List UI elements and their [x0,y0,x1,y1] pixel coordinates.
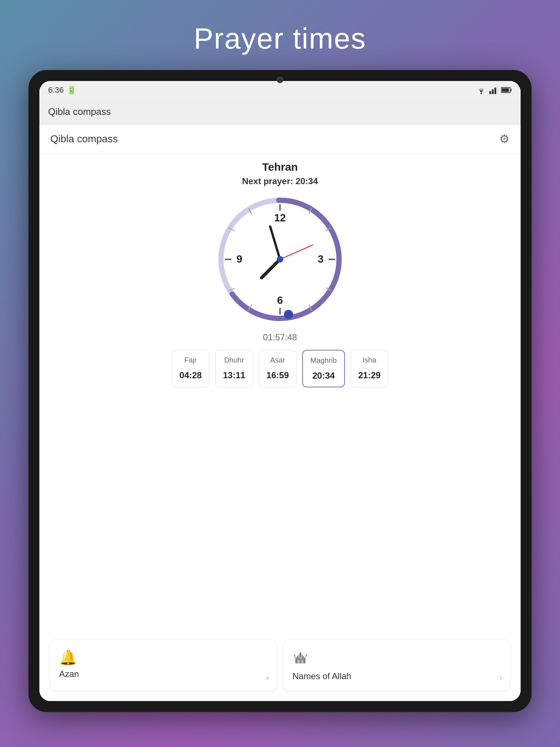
prayer-card-asar[interactable]: Asar 16:59 [259,350,296,387]
signal-icon [489,86,498,94]
prayer-name-asar: Asar [267,356,289,364]
svg-rect-1 [489,91,491,94]
city-name: Tehran [39,161,521,173]
battery-icon: 🔋 [67,85,77,95]
battery-status-icon [501,87,512,93]
page-title: Prayer times [194,22,366,55]
prayer-times-row: Fajr 04:28 Dhuhr 13:11 Asar 16:59 Maghri… [39,350,521,387]
svg-point-41 [294,654,295,656]
svg-point-0 [481,93,482,94]
prayer-name-isha: Isha [358,356,381,364]
svg-text:9: 9 [236,253,242,265]
svg-point-30 [277,256,283,263]
svg-rect-7 [502,88,509,92]
device-frame: 6:36 🔋 [28,70,532,712]
prayer-name-maghrib: Maghrib [310,356,337,365]
azan-chevron: › [266,673,269,683]
prayer-time-dhuhr: 13:11 [223,370,245,380]
bottom-cards: 🔔 Azan › [39,640,521,701]
countdown-timer: 01:57:48 [39,332,521,342]
names-of-allah-card[interactable]: Names of Allah › [284,640,510,690]
prayer-time-asar: 16:59 [267,370,289,380]
status-time: 6:36 [48,85,64,95]
app-bar: Qibla compass [39,99,521,125]
svg-text:3: 3 [318,253,324,265]
status-bar: 6:36 🔋 [39,81,521,99]
svg-point-31 [284,310,293,319]
prayer-card-fajr[interactable]: Fajr 04:28 [172,350,209,387]
settings-button[interactable]: ⚙ [499,132,510,146]
analog-clock: 12 3 6 9 [214,194,346,325]
svg-text:12: 12 [274,212,286,224]
prayer-card-isha[interactable]: Isha 21:29 [351,350,388,387]
wifi-icon [476,86,486,94]
azan-label: Azan [59,669,268,679]
names-of-allah-label: Names of Allah [292,671,501,681]
azan-icon: 🔔 [59,649,268,666]
content-area: Qibla compass ⚙ Tehran Next prayer: 20:3… [39,125,521,701]
svg-point-43 [306,654,307,656]
azan-card[interactable]: 🔔 Azan › [50,640,276,690]
prayer-time-maghrib: 20:34 [310,371,337,381]
svg-rect-6 [510,89,512,91]
svg-rect-2 [492,89,494,94]
app-bar-title: Qibla compass [48,106,111,117]
prayer-card-maghrib[interactable]: Maghrib 20:34 [302,350,345,387]
status-right [476,86,512,94]
next-prayer-label: Next prayer: 20:34 [39,176,521,186]
prayer-name-dhuhr: Dhuhr [223,356,245,364]
prayer-name-fajr: Fajr [179,356,202,364]
prayer-time-fajr: 04:28 [179,370,202,380]
prayer-card-dhuhr[interactable]: Dhuhr 13:11 [215,350,253,387]
prayer-time-isha: 21:29 [358,370,381,380]
screen-header-title: Qibla compass [50,133,118,145]
svg-text:6: 6 [277,294,283,306]
device-screen: 6:36 🔋 [39,81,521,701]
svg-rect-3 [494,88,496,94]
svg-rect-4 [497,86,498,94]
status-left: 6:36 🔋 [48,85,77,95]
device-camera [277,77,283,83]
clock-container: 12 3 6 9 [39,194,521,325]
screen-header: Qibla compass ⚙ [39,125,521,154]
mosque-icon [292,649,501,668]
names-of-allah-chevron: › [499,673,502,683]
